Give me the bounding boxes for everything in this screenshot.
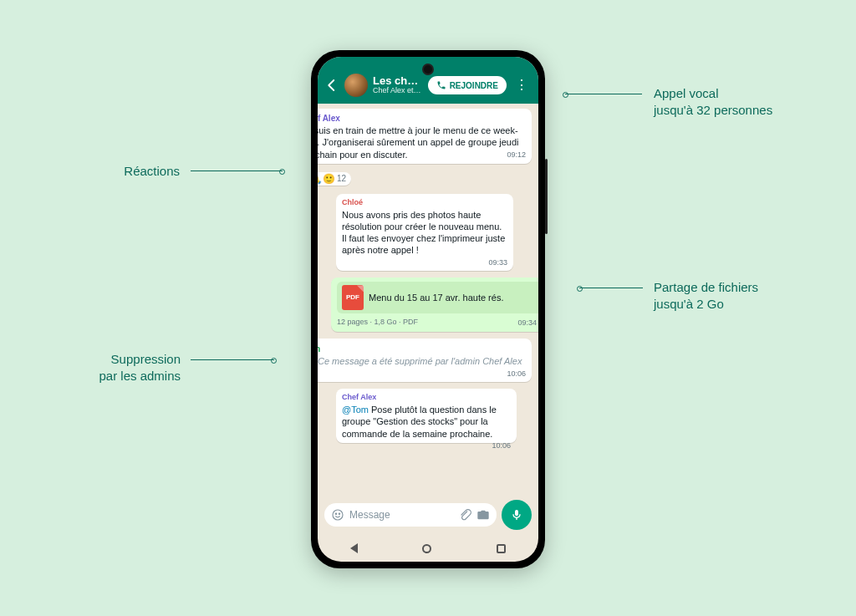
join-call-label: REJOINDRE xyxy=(450,81,498,90)
chat-title: Les chefs xyxy=(373,75,423,87)
camera-icon[interactable] xyxy=(476,508,490,522)
emoji-icon[interactable] xyxy=(331,508,344,522)
sender-name: Tom xyxy=(318,343,526,354)
message-text: Je suis en train de mettre à jour le men… xyxy=(318,125,526,160)
message-bubble[interactable]: Chef Alex Je suis en train de mettre à j… xyxy=(318,109,532,164)
message-time: 10:06 xyxy=(502,369,526,379)
mic-icon xyxy=(510,508,523,522)
message-time: 10:06 xyxy=(487,441,511,451)
pdf-icon: PDF xyxy=(342,285,364,310)
annotation-file-share: Partage de fichiers jusqu'à 2 Go xyxy=(654,279,821,313)
join-call-button[interactable]: REJOINDRE xyxy=(428,76,507,94)
message-bubble[interactable]: Chef Alex @Tom Pose plutôt la question d… xyxy=(336,389,517,443)
input-placeholder: Message xyxy=(349,509,453,521)
attach-icon[interactable] xyxy=(458,508,471,522)
svg-point-3 xyxy=(335,513,336,514)
mic-button[interactable] xyxy=(502,500,532,530)
group-avatar[interactable] xyxy=(344,74,368,97)
back-icon[interactable] xyxy=(324,78,339,93)
annotation-admin-delete: Suppression par les admins xyxy=(30,351,181,385)
message-input[interactable]: Message xyxy=(324,503,497,527)
phone-frame: Les chefs Chef Alex et 14 ... REJOINDRE … xyxy=(311,50,545,568)
screen: Les chefs Chef Alex et 14 ... REJOINDRE … xyxy=(318,57,538,562)
connector-voice-call xyxy=(565,94,642,94)
phone-icon xyxy=(436,80,446,90)
sender-name: Chef Alex xyxy=(318,113,526,124)
annotation-voice-call: Appel vocal jusqu'à 32 personnes xyxy=(654,85,821,120)
chat-body[interactable]: Chef Alex Je suis en train de mettre à j… xyxy=(318,104,538,495)
connector-file-share xyxy=(579,288,643,288)
mention: @Tom xyxy=(342,405,369,415)
file-meta: 12 pages · 1,8 Go · PDF 09:34✓✓ xyxy=(337,316,538,328)
reaction-count: 12 xyxy=(336,174,346,183)
message-time: 09:12 xyxy=(502,150,526,160)
input-bar: Message xyxy=(318,495,538,535)
reaction-emojis: 👍🙏🙂 xyxy=(318,173,335,185)
svg-point-4 xyxy=(339,513,339,514)
android-nav-bar xyxy=(318,535,538,562)
message-bubble-file[interactable]: PDF Menu du 15 au 17 avr. haute rés. 12 … xyxy=(331,277,538,332)
chat-subtitle: Chef Alex et 14 ... xyxy=(373,87,423,95)
nav-back-icon[interactable] xyxy=(350,543,358,553)
file-row[interactable]: PDF Menu du 15 au 17 avr. haute rés. xyxy=(337,282,538,313)
deleted-text: Ce message a été supprimé par l'admin Ch… xyxy=(318,356,522,366)
reactions-pill[interactable]: 👍🙏🙂 12 xyxy=(318,172,351,186)
message-bubble-deleted[interactable]: Tom Ce message a été supprimé par l'admi… xyxy=(318,339,532,382)
camera-notch xyxy=(422,64,434,75)
svg-point-2 xyxy=(333,510,343,520)
read-ticks-icon: ✓✓ xyxy=(537,317,538,327)
file-name: Menu du 15 au 17 avr. haute rés. xyxy=(369,292,503,303)
chat-title-block[interactable]: Les chefs Chef Alex et 14 ... xyxy=(373,75,423,95)
nav-recent-icon[interactable] xyxy=(497,544,506,553)
deleted-row: Ce message a été supprimé par l'admin Ch… xyxy=(318,355,526,379)
nav-home-icon[interactable] xyxy=(422,544,431,553)
menu-icon[interactable]: ⋮ xyxy=(512,79,532,92)
message-text: Nous avons pris des photos haute résolut… xyxy=(342,209,507,257)
message-text: @Tom Pose plutôt la question dans le gro… xyxy=(342,404,511,440)
sender-name: Chloé xyxy=(342,198,507,208)
sender-name: Chef Alex xyxy=(342,393,511,403)
annotation-reactions: Réactions xyxy=(50,163,180,180)
message-bubble[interactable]: Chloé Nous avons pris des photos haute r… xyxy=(336,194,513,272)
connector-reactions xyxy=(191,171,283,171)
connector-admin-delete xyxy=(191,359,274,360)
message-time: 09:33 xyxy=(342,258,507,268)
